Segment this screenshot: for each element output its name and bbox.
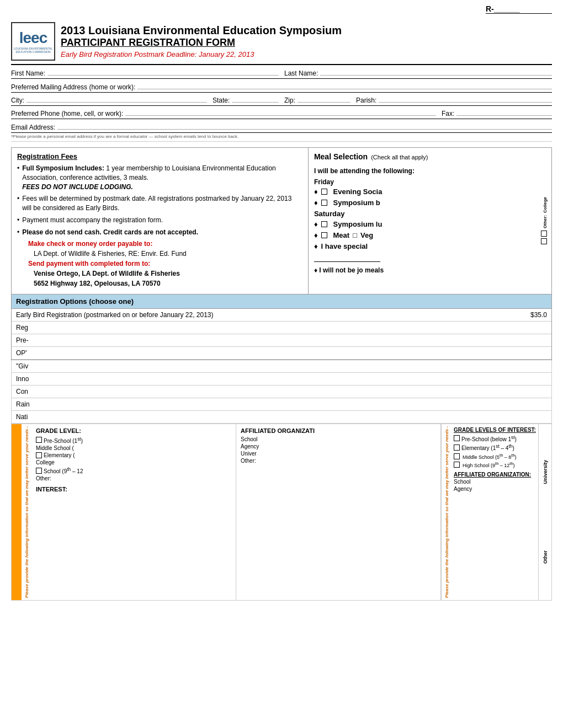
symposium-lu-item: ♦ Symposium lu — [314, 220, 546, 228]
evening-social-checkbox[interactable] — [321, 189, 327, 195]
other-col-label: Other — [543, 550, 548, 564]
evening-social-item: ♦ Evening Socia — [314, 188, 546, 196]
city-label: City: — [11, 97, 24, 104]
affiliated-title: AFFILIATED ORGANIZATI — [241, 427, 436, 434]
deadline-text: Early Bird Registration Postmark Deadlin… — [61, 50, 552, 58]
right-preschool-cb[interactable] — [454, 435, 460, 441]
reg-fees-title: Registration Fees — [17, 152, 302, 160]
grade-other: Other: — [36, 475, 231, 481]
right-elementary-cb[interactable] — [454, 445, 460, 451]
city-row: City: State: Zip: Parish: — [11, 93, 552, 106]
fee-item-1: • Full Symposium Includes: 1 year member… — [17, 164, 302, 191]
grade-school: School (9th – 12 — [36, 467, 231, 474]
email-note: *Please provide a personal email address… — [11, 133, 552, 142]
workshop-con: Con — [16, 388, 547, 395]
right-sidebar: College Other: — [537, 148, 553, 294]
state-value[interactable] — [232, 95, 279, 103]
email-value[interactable] — [57, 122, 552, 130]
phone-field: Preferred Phone (home, cell, or work): — [11, 108, 436, 117]
pre-desc: Pre- — [16, 336, 514, 344]
workshop-section: "Giv Inno Con Rain Nati — [11, 360, 552, 424]
fee-item-4: • Please do not send cash. Credit cards … — [17, 228, 302, 237]
aff-school: School — [241, 436, 436, 442]
zip-label: Zip: — [284, 97, 295, 104]
symposium-b-checkbox[interactable] — [321, 200, 327, 206]
workshop-row-inno: Inno — [12, 373, 551, 386]
workshop-rain: Rain — [16, 400, 547, 408]
grade-middle: Middle School ( — [36, 445, 231, 451]
veg-label: Veg — [360, 231, 373, 239]
aff-other: Other: — [241, 458, 436, 464]
other-label: Other: — [543, 215, 548, 228]
early-bird-price: $35.0 — [514, 311, 547, 319]
grade-level-title: GRADE LEVEL: — [36, 427, 231, 434]
first-name-label: First Name: — [11, 69, 45, 77]
reg-row-early-bird: Early Bird Registration (postmarked on o… — [12, 309, 551, 322]
meal-attending: I will be attending the following: — [314, 167, 546, 175]
fee-text-2: Fees will be determined by postmark date… — [22, 194, 302, 213]
grade-elementary-cb[interactable] — [36, 452, 42, 458]
right-middle-check: Middle School (5th – 8th) High School (9… — [454, 453, 536, 468]
grade-college: College — [36, 459, 231, 465]
right-elementary: Elementary (1st – 4th) — [454, 443, 536, 451]
right-grade-title: GRADE LEVELS OF INTEREST: — [454, 427, 536, 433]
aff-univer: Univer — [241, 451, 436, 457]
parish-field: Parish: — [356, 95, 552, 104]
workshop-row-con: Con — [12, 386, 551, 398]
send-label: Send payment with completed form to: — [28, 260, 302, 267]
first-name-value[interactable] — [47, 68, 279, 76]
grade-elementary: Elementary ( — [36, 452, 231, 458]
right-grade-content: GRADE LEVELS OF INTEREST: Pre-School (be… — [452, 424, 538, 600]
meat-checkbox[interactable] — [321, 232, 327, 238]
symposium-b-label: Symposium b — [333, 199, 380, 207]
symposium-lu-label: Symposium lu — [333, 220, 383, 228]
symposium-b-item: ♦ Symposium b — [314, 199, 546, 207]
symposium-lu-checkbox[interactable] — [321, 221, 327, 227]
fee-item-2: • Fees will be determined by postmark da… — [17, 194, 302, 213]
highlight-bar — [12, 424, 22, 600]
header-text: 2013 Louisiana Environmental Education S… — [61, 24, 552, 58]
phone-value[interactable] — [125, 108, 436, 116]
last-name-field: Last Name: — [284, 68, 552, 77]
reg-desc: Reg — [16, 324, 514, 331]
fee-item-3: • Payment must accompany the registratio… — [17, 216, 302, 225]
saturday-label: Saturday — [314, 210, 546, 218]
university-label: University — [543, 460, 548, 484]
meat-veg-row: ♦ Meat □ Veg — [314, 231, 546, 239]
aff-agency: Agency — [241, 443, 436, 449]
meal-selection-col: Meal Selection (Check all that apply) I … — [309, 148, 551, 294]
fax-label: Fax: — [442, 110, 454, 117]
parish-label: Parish: — [356, 97, 376, 104]
early-bird-desc: Early Bird Registration (postmarked on o… — [16, 311, 514, 319]
meat-label: Meat — [333, 231, 350, 239]
grade-school-cb[interactable] — [36, 468, 42, 474]
evening-social-label: Evening Socia — [333, 188, 383, 196]
zip-value[interactable] — [298, 95, 350, 103]
fax-value[interactable] — [456, 108, 552, 116]
special-item: ♦ I have special — [314, 242, 546, 250]
fee-italic-1: FEES DO NOT INCLUDE LODGING. — [22, 183, 133, 191]
grade-preschool: Pre-School (1st) — [36, 436, 231, 444]
last-name-label: Last Name: — [284, 69, 318, 77]
special-label: I have special — [321, 242, 368, 250]
last-name-value[interactable] — [320, 68, 552, 76]
right-rotated-label: Please provide the following information… — [442, 424, 452, 600]
city-value[interactable] — [26, 95, 207, 103]
special-input[interactable] — [314, 253, 380, 262]
right-aff-school: School — [454, 479, 536, 485]
other-checkbox[interactable] — [541, 238, 547, 244]
fees-meal-section: Registration Fees • Full Symposium Inclu… — [11, 147, 552, 295]
right-preschool: Pre-School (below 1st) — [454, 435, 536, 442]
college-checkbox[interactable] — [541, 231, 547, 237]
address-row: Preferred Mailing Address (home or work)… — [11, 79, 552, 93]
meal-check-note: (Check all that apply) — [371, 154, 428, 160]
address-value[interactable] — [137, 82, 552, 89]
right-high-cb[interactable] — [454, 462, 460, 468]
op-desc: OP' — [16, 349, 514, 357]
right-middle-cb[interactable] — [454, 453, 460, 459]
parish-value[interactable] — [379, 95, 552, 103]
grade-preschool-cb[interactable] — [36, 437, 42, 443]
college-checkboxes — [541, 231, 549, 244]
city-field: City: — [11, 95, 207, 104]
payable-label: Make check or money order payable to: — [28, 240, 302, 248]
